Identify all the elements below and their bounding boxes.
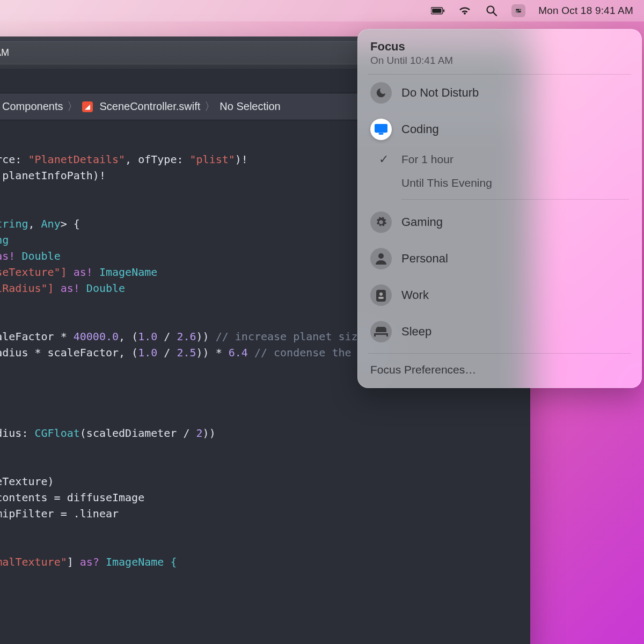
spotlight-icon[interactable] bbox=[485, 4, 499, 17]
focus-popover: Focus On Until 10:41 AM Do Not Disturb C… bbox=[357, 29, 642, 388]
focus-duration-evening[interactable]: Until This Evening bbox=[357, 171, 642, 195]
focus-mode-sleep[interactable]: Sleep bbox=[357, 313, 642, 350]
focus-title: Focus bbox=[370, 40, 629, 54]
focus-preferences-link[interactable]: Focus Preferences… bbox=[357, 354, 642, 388]
focus-duration-1hour[interactable]: ✓ For 1 hour bbox=[357, 148, 642, 171]
display-icon bbox=[370, 119, 392, 140]
focus-mode-gaming[interactable]: Gaming bbox=[357, 204, 642, 240]
breadcrumb-selection[interactable]: No Selection bbox=[219, 100, 280, 113]
focus-mode-label: Personal bbox=[401, 252, 448, 266]
checkmark-icon: ✓ bbox=[379, 152, 389, 166]
gear-icon bbox=[370, 211, 392, 233]
breadcrumb-file[interactable]: SceneController.swift bbox=[99, 100, 200, 113]
focus-duration-label: For 1 hour bbox=[401, 153, 453, 166]
breadcrumb-folder[interactable]: Shared Components bbox=[0, 100, 63, 113]
person-icon bbox=[370, 248, 392, 269]
focus-mode-label: Work bbox=[401, 288, 429, 302]
chevron-right-icon: 〉 bbox=[204, 99, 215, 114]
svg-rect-1 bbox=[432, 9, 441, 13]
focus-mode-label: Do Not Disturb bbox=[401, 86, 479, 100]
focus-mode-dnd[interactable]: Do Not Disturb bbox=[357, 75, 642, 111]
svg-point-13 bbox=[379, 292, 383, 296]
focus-mode-label: Coding bbox=[401, 122, 439, 136]
focus-mode-label: Gaming bbox=[401, 215, 443, 229]
menu-bar: Mon Oct 18 9:41 AM bbox=[0, 0, 644, 21]
svg-rect-10 bbox=[379, 133, 383, 134]
focus-mode-work[interactable]: Work bbox=[357, 277, 642, 313]
svg-point-11 bbox=[378, 253, 384, 259]
bed-icon bbox=[370, 321, 392, 342]
svg-rect-14 bbox=[378, 297, 384, 299]
battery-icon[interactable] bbox=[431, 4, 445, 17]
focus-subtitle: On Until 10:41 AM bbox=[370, 55, 629, 67]
chevron-right-icon: 〉 bbox=[67, 99, 78, 114]
svg-point-8 bbox=[517, 11, 518, 12]
svg-rect-9 bbox=[375, 125, 387, 132]
divider bbox=[401, 199, 629, 200]
badge-icon bbox=[370, 284, 392, 306]
focus-header: Focus On Until 10:41 AM bbox=[357, 40, 642, 74]
focus-mode-coding[interactable]: Coding bbox=[357, 111, 642, 148]
svg-line-4 bbox=[493, 12, 496, 16]
focus-duration-label: Until This Evening bbox=[401, 177, 492, 189]
menu-bar-datetime[interactable]: Mon Oct 18 9:41 AM bbox=[538, 5, 633, 17]
svg-rect-2 bbox=[443, 9, 444, 12]
control-center-icon[interactable] bbox=[511, 4, 525, 17]
svg-point-6 bbox=[519, 9, 521, 10]
wifi-icon[interactable] bbox=[458, 4, 472, 17]
focus-mode-label: Sleep bbox=[401, 325, 431, 339]
focus-mode-personal[interactable]: Personal bbox=[357, 240, 642, 277]
swift-file-icon: ◢ bbox=[82, 101, 93, 112]
moon-icon bbox=[370, 82, 392, 104]
